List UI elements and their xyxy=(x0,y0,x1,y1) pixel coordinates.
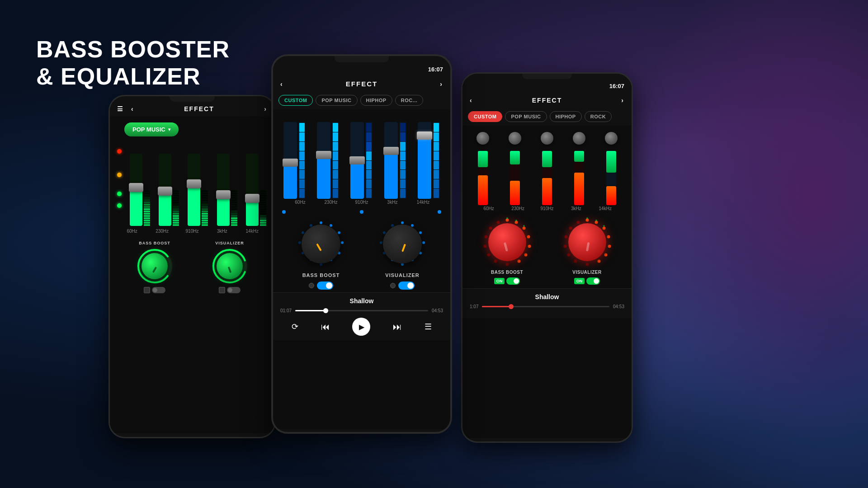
prev-icon[interactable]: ⏮ xyxy=(321,322,330,332)
small-knob-230hz[interactable] xyxy=(509,132,521,145)
tab-popmusic-right[interactable]: POP MUSIC xyxy=(505,111,547,122)
viz-small-toggle-left[interactable] xyxy=(390,283,396,288)
visualizer-knob-center[interactable] xyxy=(377,219,427,269)
right-freq-910hz: 910Hz xyxy=(538,206,556,211)
repeat-icon[interactable]: ⟳ xyxy=(292,322,298,332)
bb-small-toggle-left[interactable] xyxy=(309,283,314,288)
right-freq-230hz: 230Hz xyxy=(509,206,527,211)
svg-point-7 xyxy=(338,231,340,234)
viz-toggle-on-center[interactable] xyxy=(398,282,415,290)
pop-music-preset-btn[interactable]: POP MUSIC ▾ xyxy=(124,122,179,136)
bass-boost-section-right: BASS BOOST ON xyxy=(482,217,532,285)
slider-track-14khz[interactable] xyxy=(246,154,259,226)
track-title-right: Shallow xyxy=(470,293,624,300)
svg-point-17 xyxy=(401,221,404,224)
led-dots xyxy=(113,145,125,212)
vu-60hz xyxy=(144,154,150,226)
center-slider-230hz[interactable] xyxy=(317,122,330,199)
svg-point-34 xyxy=(524,253,527,257)
viz-toggle-icon-left[interactable] xyxy=(219,287,225,293)
phone-center-effect-nav: ‹ EFFECT › xyxy=(273,76,450,91)
play-button-center[interactable]: ▶ xyxy=(352,318,370,336)
right-slider-track-230hz[interactable] xyxy=(510,151,520,205)
tab-custom-center[interactable]: CUSTOM xyxy=(278,95,313,106)
viz-knob-body-center xyxy=(383,225,422,263)
right-nav-prev-icon[interactable]: ‹ xyxy=(470,97,473,104)
time-current-right: 1:07 xyxy=(470,304,478,309)
center-vu-3khz xyxy=(399,122,406,199)
eq-channel-230hz xyxy=(159,154,179,226)
svg-point-61 xyxy=(595,220,597,221)
svg-point-40 xyxy=(484,235,487,239)
slider-track-230hz[interactable] xyxy=(159,154,171,226)
bass-boost-knob-left[interactable] xyxy=(137,248,173,284)
progress-bar-center[interactable] xyxy=(295,310,428,311)
eq-channel-60hz xyxy=(130,154,150,226)
progress-bar-right[interactable] xyxy=(482,306,609,307)
tab-popmusic-center[interactable]: POP MUSIC xyxy=(316,95,357,106)
bb-knob-indicator-right xyxy=(504,242,508,252)
tab-rock-right[interactable]: ROCK xyxy=(585,111,612,122)
center-nav-prev-icon[interactable]: ‹ xyxy=(280,80,283,88)
tab-rock-center[interactable]: ROC... xyxy=(395,95,424,106)
slider-track-910hz[interactable] xyxy=(188,154,200,226)
phone-left: ☰ ‹ EFFECT › POP MUSIC ▾ xyxy=(108,95,276,438)
center-slider-910hz[interactable] xyxy=(350,122,364,199)
center-vu-910hz xyxy=(365,122,373,199)
visualizer-label-center: VISUALIZER xyxy=(385,272,419,278)
freq-labels-left: 60Hz 230Hz 910Hz 3kHz 14kHz xyxy=(110,228,274,236)
visualizer-knob-left[interactable] xyxy=(212,248,248,284)
svg-point-43 xyxy=(506,217,508,219)
bass-boost-knob-center[interactable] xyxy=(296,219,346,269)
eq-channel-3khz xyxy=(217,154,237,226)
viz-toggle-on-right[interactable] xyxy=(586,277,600,285)
bass-boost-indicator-center xyxy=(316,243,321,251)
right-slider-track-14khz[interactable] xyxy=(606,151,616,205)
center-slider-3khz[interactable] xyxy=(384,122,398,199)
small-knob-3khz[interactable] xyxy=(573,132,585,145)
right-slider-track-3khz[interactable] xyxy=(574,151,584,205)
right-slider-track-910hz[interactable] xyxy=(542,151,552,205)
bb-toggle-on-center[interactable] xyxy=(317,282,333,290)
play-icon: ▶ xyxy=(359,323,364,331)
center-vu-14khz xyxy=(433,122,440,199)
small-knob-910hz[interactable] xyxy=(541,132,553,145)
center-nav-next-icon[interactable]: › xyxy=(440,80,443,88)
app-title-line1: BASS BOOSTER xyxy=(36,36,230,63)
tab-custom-right[interactable]: CUSTOM xyxy=(468,111,502,122)
svg-point-8 xyxy=(341,241,344,244)
toggle-icon-left[interactable] xyxy=(144,287,150,293)
center-slider-14khz[interactable] xyxy=(418,122,431,199)
visualizer-section-right: VISUALIZER ON xyxy=(562,217,612,285)
playlist-icon[interactable]: ☰ xyxy=(425,322,432,332)
small-knob-60hz[interactable] xyxy=(476,132,489,145)
player-bar-right: Shallow 1:07 04:53 xyxy=(462,288,632,318)
right-nav-next-icon[interactable]: › xyxy=(621,97,624,104)
viz-toggle-off-left[interactable] xyxy=(227,287,241,293)
progress-thumb-center xyxy=(323,308,328,313)
tab-hiphop-center[interactable]: HIPHOP xyxy=(360,95,392,106)
svg-point-51 xyxy=(604,253,607,257)
bass-boost-knob-right[interactable] xyxy=(482,217,532,267)
slider-track-3khz[interactable] xyxy=(217,154,230,226)
slider-track-60hz[interactable] xyxy=(130,154,142,226)
visualizer-section-left: VISUALIZER xyxy=(212,241,248,293)
svg-point-14 xyxy=(298,241,301,244)
toggle-off-left[interactable] xyxy=(152,287,165,293)
nav-prev-icon[interactable]: ‹ xyxy=(131,105,134,113)
hamburger-icon[interactable]: ☰ xyxy=(117,105,124,113)
bass-boost-toggle-on-right[interactable] xyxy=(506,277,520,285)
svg-point-48 xyxy=(602,227,605,230)
progress-fill-right xyxy=(482,306,511,307)
center-freq-14khz: 14kHz xyxy=(414,200,432,205)
center-slider-60hz[interactable] xyxy=(283,122,297,199)
next-icon[interactable]: ⏭ xyxy=(393,322,402,332)
small-knob-14khz[interactable] xyxy=(605,132,618,145)
small-knobs-row-right xyxy=(467,129,627,146)
visualizer-knob-right[interactable] xyxy=(562,217,612,267)
tab-hiphop-right[interactable]: HIPHOP xyxy=(550,111,582,122)
right-slider-track-60hz[interactable] xyxy=(478,151,488,205)
preset-label: POP MUSIC xyxy=(132,126,165,133)
nav-next-icon[interactable]: › xyxy=(264,105,267,113)
visualizer-label-right: VISUALIZER xyxy=(572,270,601,275)
